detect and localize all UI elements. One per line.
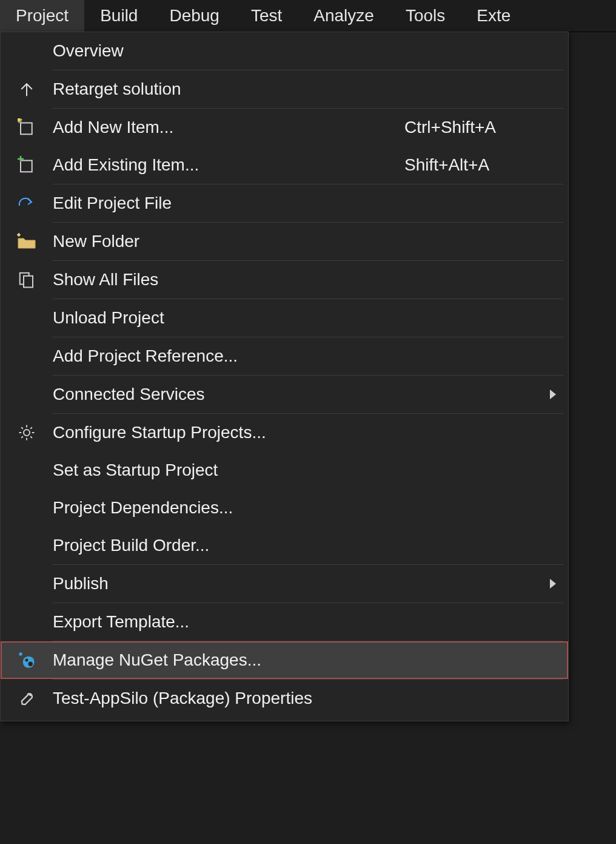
menu-item-export-template[interactable]: Export Template...: [1, 603, 568, 641]
menu-label: Manage NuGet Packages...: [53, 650, 404, 670]
arrow-up-icon: [1, 80, 53, 98]
menubar-item-tools[interactable]: Tools: [390, 0, 461, 32]
menubar: Project Build Debug Test Analyze Tools E…: [0, 0, 616, 32]
menu-label: Configure Startup Projects...: [53, 423, 404, 442]
svg-rect-17: [23, 657, 35, 668]
menu-label: Project Dependencies...: [53, 498, 404, 518]
menu-item-project-dependencies[interactable]: Project Dependencies...: [1, 489, 568, 527]
menu-item-unload-project[interactable]: Unload Project: [1, 299, 568, 337]
menu-label: Overview: [53, 41, 404, 61]
menu-item-add-project-reference[interactable]: Add Project Reference...: [1, 337, 568, 375]
menu-label: Publish: [53, 574, 404, 593]
gear-icon: [1, 424, 53, 442]
menu-label: Test-AppSilo (Package) Properties: [53, 689, 404, 708]
project-dropdown: Overview Retarget solution: [0, 32, 569, 721]
menu-label: Add Project Reference...: [53, 346, 404, 366]
menu-item-manage-nuget[interactable]: Manage NuGet Packages...: [1, 641, 568, 679]
menu-item-publish[interactable]: Publish: [1, 565, 568, 603]
menubar-item-project[interactable]: Project: [0, 0, 84, 32]
menubar-item-debug[interactable]: Debug: [153, 0, 235, 32]
menu-item-add-existing-item[interactable]: Add Existing Item... Shift+Alt+A: [1, 146, 568, 184]
menu-item-overview[interactable]: Overview: [1, 32, 568, 70]
menu-label: New Folder: [53, 232, 404, 251]
chevron-right-icon: [550, 579, 556, 589]
redo-arrow-icon: [1, 196, 53, 211]
menu-label: Connected Services: [53, 385, 404, 404]
menu-item-connected-services[interactable]: Connected Services: [1, 376, 568, 413]
menu-label: Add Existing Item...: [53, 155, 404, 175]
menu-label: Project Build Order...: [53, 536, 404, 555]
nuget-icon: [1, 651, 53, 669]
add-existing-icon: [1, 156, 53, 174]
menu-label: Export Template...: [53, 612, 404, 632]
wrench-icon: [1, 689, 53, 707]
menu-item-new-folder[interactable]: New Folder: [1, 223, 568, 260]
menu-label: Set as Startup Project: [53, 461, 404, 480]
svg-point-20: [30, 694, 32, 696]
svg-rect-14: [24, 276, 33, 288]
menu-label: Show All Files: [53, 270, 404, 289]
menu-item-add-new-item[interactable]: Add New Item... Ctrl+Shift+A: [1, 109, 568, 146]
menu-label: Add New Item...: [53, 118, 404, 137]
menu-item-show-all-files[interactable]: Show All Files: [1, 261, 568, 299]
svg-point-16: [19, 652, 22, 656]
menubar-item-test[interactable]: Test: [235, 0, 298, 32]
menu-label: Edit Project File: [53, 194, 404, 213]
menu-shortcut: Ctrl+Shift+A: [404, 118, 568, 137]
svg-rect-1: [21, 123, 32, 135]
menubar-item-analyze[interactable]: Analyze: [298, 0, 390, 32]
menubar-item-build[interactable]: Build: [84, 0, 153, 32]
svg-point-19: [28, 662, 33, 667]
menu-item-configure-startup[interactable]: Configure Startup Projects...: [1, 414, 568, 451]
menu-label: Retarget solution: [53, 79, 404, 99]
menu-item-edit-project-file[interactable]: Edit Project File: [1, 184, 568, 222]
new-item-icon: [1, 118, 53, 137]
svg-rect-6: [21, 161, 32, 172]
svg-point-18: [25, 659, 28, 662]
chevron-right-icon: [550, 390, 556, 399]
menu-item-set-startup[interactable]: Set as Startup Project: [1, 451, 568, 489]
menubar-item-extensions[interactable]: Exte: [461, 0, 526, 32]
menu-item-properties[interactable]: Test-AppSilo (Package) Properties: [1, 680, 568, 717]
new-folder-icon: [1, 233, 53, 250]
menu-item-project-build-order[interactable]: Project Build Order...: [1, 527, 568, 564]
svg-point-15: [24, 430, 30, 436]
show-all-files-icon: [1, 271, 53, 289]
menu-item-retarget-solution[interactable]: Retarget solution: [1, 70, 568, 108]
menu-shortcut: Shift+Alt+A: [404, 155, 568, 175]
menu-label: Unload Project: [53, 308, 404, 328]
